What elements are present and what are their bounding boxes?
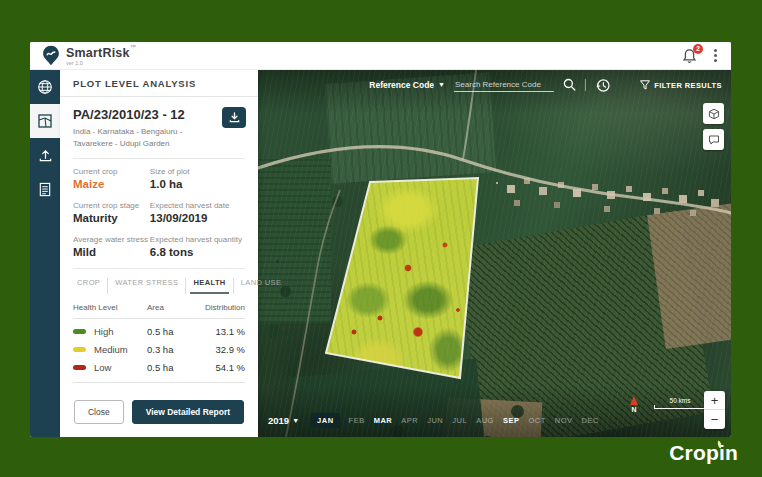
cropin-logo: Cropin	[669, 441, 738, 465]
health-table: Health Level Area Distribution High 0.5 …	[60, 294, 258, 373]
timeline-month-jan[interactable]: JAN	[311, 413, 340, 428]
plot-summary: PA/23/2010/23 - 12 India - Karnataka - B…	[60, 97, 258, 158]
filter-results-button[interactable]: FILTER RESULTS	[640, 80, 722, 90]
app-version: ver 1.0	[66, 61, 136, 67]
health-table-header: Health Level Area Distribution	[73, 303, 245, 319]
map-tool-buttons	[703, 103, 724, 150]
tab-land-use[interactable]: LAND USE	[233, 278, 289, 294]
search-icon[interactable]	[563, 78, 576, 91]
history-icon[interactable]	[595, 77, 610, 92]
sidebar-item-report[interactable]	[30, 172, 60, 206]
detail-current-crop: Current crop Maize	[73, 167, 150, 190]
app-title: SmartRisk	[66, 46, 130, 60]
table-row-medium[interactable]: Medium 0.3 ha 32.9 %	[73, 337, 245, 355]
header-actions: 2	[682, 47, 719, 64]
plot-location: India - Karnataka - Bengaluru - Tavareke…	[73, 126, 223, 150]
map-village-buildings	[496, 182, 498, 184]
layers-cube-icon	[708, 108, 720, 120]
upload-icon	[38, 148, 53, 163]
detail-water-stress: Average water stress Mild	[73, 235, 150, 258]
view-detailed-report-button[interactable]: View Detailed Report	[132, 400, 244, 424]
chevron-down-icon: ▼	[292, 417, 299, 424]
timeline-month-apr[interactable]: APR	[401, 416, 418, 425]
more-options-icon[interactable]	[712, 47, 719, 64]
map-trees	[276, 260, 279, 263]
zoom-out-button[interactable]: −	[704, 410, 725, 429]
zoom-in-button[interactable]: +	[704, 391, 725, 410]
medium-swatch	[73, 347, 86, 352]
download-icon	[229, 112, 240, 123]
timeline: 2019 ▼ JAN FEB MAR APR JUN JUL AUG SEP O…	[268, 413, 599, 428]
satellite-map[interactable]: Reference Code ▼	[258, 70, 731, 437]
comment-bubble-icon	[708, 134, 720, 146]
panel-title: PLOT LEVEL ANALYSIS	[60, 70, 258, 97]
high-swatch	[73, 329, 86, 334]
timeline-month-aug[interactable]: AUG	[476, 416, 494, 425]
timeline-month-jul[interactable]: JUL	[452, 416, 467, 425]
table-row-high[interactable]: High 0.5 ha 13.1 %	[73, 319, 245, 337]
north-arrow-icon	[630, 396, 638, 405]
download-report-button[interactable]	[222, 107, 246, 128]
globe-icon	[37, 79, 53, 95]
timeline-month-mar[interactable]: MAR	[374, 416, 393, 425]
timeline-month-sep[interactable]: SEP	[503, 416, 520, 425]
timeline-month-nov[interactable]: NOV	[555, 416, 573, 425]
divider	[585, 79, 586, 91]
analysis-tabs: CROP WATER STRESS HEALTH LAND USE	[60, 269, 258, 294]
notifications-bell-icon[interactable]: 2	[682, 48, 698, 64]
tab-crop[interactable]: CROP	[70, 278, 107, 294]
chevron-down-icon: ▼	[438, 81, 445, 88]
layers-button[interactable]	[703, 103, 724, 124]
timeline-month-dec[interactable]: DEC	[582, 416, 599, 425]
comment-button[interactable]	[703, 129, 724, 150]
sidebar-item-globe[interactable]	[30, 70, 60, 104]
brand: SmartRisk™ ver 1.0	[42, 44, 136, 67]
detail-plot-size: Size of plot 1.0 ha	[150, 167, 245, 190]
timeline-month-oct[interactable]: OCT	[528, 416, 545, 425]
close-button[interactable]: Close	[74, 400, 124, 424]
timeline-month-jun[interactable]: JUN	[427, 416, 443, 425]
nav-rail	[30, 70, 60, 437]
map-search-bar: Reference Code ▼	[369, 77, 610, 92]
year-selector[interactable]: 2019 ▼	[268, 415, 299, 426]
search-input[interactable]	[454, 78, 554, 92]
detail-harvest-date: Expected harvest date 13/09/2019	[150, 201, 245, 224]
app-header: SmartRisk™ ver 1.0 2	[30, 42, 731, 70]
brand-text: SmartRisk™ ver 1.0	[66, 44, 136, 67]
plot-analysis-icon	[37, 113, 53, 129]
notification-badge: 2	[693, 44, 703, 54]
sidebar-item-upload[interactable]	[30, 138, 60, 172]
report-icon	[38, 182, 52, 197]
app-body: PLOT LEVEL ANALYSIS PA/23/2010/23 - 12 I…	[30, 70, 731, 437]
north-indicator: N	[630, 396, 638, 413]
detail-harvest-quantity: Expected harvest quantity 6.8 tons	[150, 235, 245, 258]
reference-code-dropdown[interactable]: Reference Code ▼	[369, 80, 445, 90]
panel-actions: Close View Detailed Report	[60, 400, 258, 437]
smartrisk-pin-logo-icon	[42, 45, 60, 66]
tab-water-stress[interactable]: WATER STRESS	[107, 278, 185, 294]
scale-bar	[654, 405, 706, 409]
plot-analysis-panel: PLOT LEVEL ANALYSIS PA/23/2010/23 - 12 I…	[60, 70, 258, 437]
table-row-low[interactable]: Low 0.5 ha 54.1 %	[73, 355, 245, 373]
sidebar-item-plot-analysis[interactable]	[30, 104, 60, 138]
app-window: SmartRisk™ ver 1.0 2	[30, 42, 731, 437]
timeline-month-feb[interactable]: FEB	[349, 416, 365, 425]
plot-id: PA/23/2010/23 - 12	[73, 107, 245, 122]
detail-crop-stage: Current crop stage Maturity	[73, 201, 150, 224]
tab-health[interactable]: HEALTH	[185, 278, 232, 294]
low-swatch	[73, 365, 86, 370]
zoom-control: + −	[704, 391, 725, 429]
plot-details: Current crop Maize Size of plot 1.0 ha C…	[60, 159, 258, 268]
map-scale: 50 kms	[654, 397, 706, 409]
divider	[73, 382, 245, 383]
map-field-patch	[258, 158, 331, 323]
trademark: ™	[130, 44, 136, 50]
funnel-icon	[640, 80, 650, 90]
